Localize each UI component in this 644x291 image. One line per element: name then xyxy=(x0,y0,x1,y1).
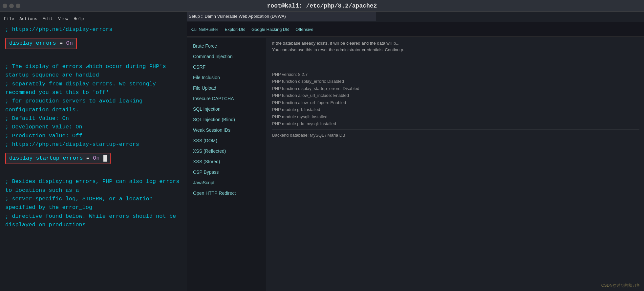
allow-url-include-info: PHP function allow_url_include: Enabled xyxy=(272,93,349,98)
sidebar-item-sql-injection[interactable]: SQL Injection xyxy=(187,104,266,114)
sidebar-item-xss-stored[interactable]: XSS (Stored) xyxy=(187,156,266,167)
sidebar-item-sql-injection-blind[interactable]: SQL Injection (Blind) xyxy=(187,114,266,125)
maximize-button[interactable] xyxy=(9,4,14,8)
gd-info: PHP module gd: Installed xyxy=(272,107,320,112)
nav-kali[interactable]: Kali NetHunter xyxy=(190,27,218,32)
nav-offensive[interactable]: Offensive xyxy=(295,27,313,32)
database-label: Backend database: MySQL / Maria DB xyxy=(272,133,345,138)
comment-startup-1: ; The display of errors which occur duri… xyxy=(5,62,182,80)
menu-view[interactable]: View xyxy=(58,16,68,21)
sidebar-item-file-inclusion[interactable]: File Inclusion xyxy=(187,72,266,83)
comment-startup-3: ; for production servers to avoid leakin… xyxy=(5,97,182,114)
display-startup-info: PHP function display_startup_errors: Dis… xyxy=(272,86,359,91)
cursor xyxy=(103,155,107,162)
close-button[interactable] xyxy=(16,4,20,8)
pdo-mysql-info: PHP module pdo_mysql: Installed xyxy=(272,121,336,126)
sidebar-item-insecure-captcha[interactable]: Insecure CAPTCHA xyxy=(187,93,266,104)
blank-line-2 xyxy=(5,169,182,177)
code-area: ; https://php.net/display-errors display… xyxy=(0,23,187,232)
terminal-menubar[interactable]: File Actions Edit View Help xyxy=(0,15,187,23)
comment-log-3: ; directive found below. While errors sh… xyxy=(5,212,182,230)
sidebar-item-xss-dom[interactable]: XSS (DOM) xyxy=(187,135,266,146)
comment-log-1: ; Besides displaying errors, PHP can als… xyxy=(5,177,182,195)
display-startup-item: PHP function display_startup_errors: Dis… xyxy=(272,85,639,92)
display-startup-errors-val: On xyxy=(93,155,99,161)
display-errors-key: display_errors xyxy=(9,40,56,46)
allow-url-fopen-item: PHP function allow_url_fopen: Enabled xyxy=(272,99,639,106)
nav-exploitdb[interactable]: Exploit-DB xyxy=(225,27,245,32)
sidebar-item-javascript[interactable]: JavaScript xyxy=(187,177,266,188)
display-startup-errors-key: display_startup_errors xyxy=(9,155,83,161)
display-errors-info: PHP function display_errors: Disabled xyxy=(272,79,344,84)
allow-url-include-item: PHP function allow_url_include: Enabled xyxy=(272,92,639,99)
minimize-button[interactable] xyxy=(3,4,7,8)
window-controls[interactable] xyxy=(3,4,20,8)
sidebar-item-brute-force[interactable]: Brute Force xyxy=(187,41,266,51)
database-label-item: Backend database: MySQL / Maria DB xyxy=(272,132,639,139)
dvwa-php-info-content: PHP version: 8.2.7 PHP function display_… xyxy=(268,64,644,291)
comment-default: ; Default Value: On xyxy=(5,114,182,123)
allow-url-fopen-info: PHP function allow_url_fopen: Enabled xyxy=(272,100,346,105)
php-version-label: PHP version: 8.2.7 xyxy=(272,72,308,77)
menu-file[interactable]: File xyxy=(4,16,14,21)
display-errors-line: display_errors = On xyxy=(5,38,77,49)
comment-url-startup: ; https://php.net/display-startup-errors xyxy=(5,140,182,149)
display-startup-errors-eq: = xyxy=(86,155,93,161)
terminal-title: root@kali: /etc/php/8.2/apache2 xyxy=(267,3,377,9)
mysqli-item: PHP module mysqli: Installed xyxy=(272,113,639,120)
dvwa-setup-text: If the database already exists, it will … xyxy=(268,38,644,55)
terminal-pane: File Actions Edit View Help ; https://ph… xyxy=(0,12,187,291)
comment-log-2: ; server-specific log, STDERR, or a loca… xyxy=(5,195,182,212)
browser-title: Setup :: Damn Vulnerable Web Application… xyxy=(189,14,286,19)
comment-dev: ; Development Value: On xyxy=(5,123,182,131)
display-errors-val: On xyxy=(66,40,73,46)
pdo-mysql-item: PHP module pdo_mysql: Installed xyxy=(272,120,639,127)
sidebar-item-csp-bypass[interactable]: CSP Bypass xyxy=(187,167,266,177)
dvwa-sidebar: Brute Force Command Injection CSRF File … xyxy=(187,38,266,291)
sidebar-item-open-redirect[interactable]: Open HTTP Redirect xyxy=(187,188,266,198)
nav-google-hacking[interactable]: Google Hacking DB xyxy=(251,27,289,32)
sidebar-item-file-upload[interactable]: File Upload xyxy=(187,83,266,93)
menu-edit[interactable]: Edit xyxy=(43,16,53,21)
dvwa-nav[interactable]: Kali NetHunter Exploit-DB Google Hacking… xyxy=(187,22,644,37)
gd-item: PHP module gd: Installed xyxy=(272,106,639,113)
sidebar-item-weak-session[interactable]: Weak Session IDs xyxy=(187,125,266,135)
dvwa-overlay: Setup :: Damn Vulnerable Web Application… xyxy=(187,12,644,291)
terminal-titlebar: root@kali: /etc/php/8.2/apache2 xyxy=(0,0,644,12)
setup-text-1: If the database already exists, it will … xyxy=(272,41,399,46)
display-startup-errors-line: display_startup_errors = On xyxy=(5,153,111,164)
blank-line-1 xyxy=(5,54,182,62)
sidebar-item-command-injection[interactable]: Command Injection xyxy=(187,51,266,62)
comment-startup-2: ; separately from display_errors. We str… xyxy=(5,80,182,97)
menu-help[interactable]: Help xyxy=(74,16,84,21)
watermark-text: CSDN@过期的秋刀鱼 xyxy=(601,283,640,288)
browser-overlay: Setup :: Damn Vulnerable Web Application… xyxy=(187,12,376,21)
setup-text-2: You can also use this to reset the admin… xyxy=(272,47,407,52)
comment-prod: ; Production Value: Off xyxy=(5,132,182,140)
watermark: CSDN@过期的秋刀鱼 xyxy=(601,283,640,288)
menu-actions[interactable]: Actions xyxy=(19,16,37,21)
sidebar-item-xss-reflected[interactable]: XSS (Reflected) xyxy=(187,146,266,156)
mysqli-info: PHP module mysqli: Installed xyxy=(272,114,328,119)
sidebar-item-csrf[interactable]: CSRF xyxy=(187,62,266,72)
php-version-item: PHP version: 8.2.7 xyxy=(272,71,639,78)
display-errors-item: PHP function display_errors: Disabled xyxy=(272,78,639,85)
comment-url-display-errors: ; https://php.net/display-errors xyxy=(5,25,182,34)
php-info-block: PHP version: 8.2.7 PHP function display_… xyxy=(272,71,639,139)
display-errors-eq: = xyxy=(59,40,66,46)
